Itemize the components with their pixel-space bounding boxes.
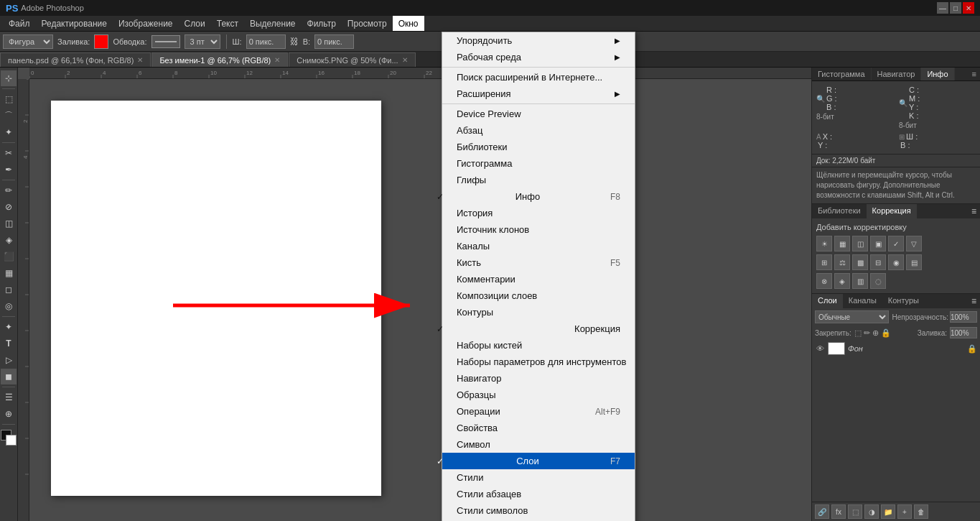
tool-blur[interactable]: ◻ [1, 282, 17, 298]
tool-marquee[interactable]: ⬚ [1, 91, 17, 107]
dd-correction[interactable]: Коррекция [442, 321, 635, 337]
menu-text[interactable]: Текст [211, 16, 244, 31]
layers-tab-layers[interactable]: Слои [812, 294, 843, 308]
corr-icon-posterize[interactable]: ⊗ [816, 273, 832, 289]
add-layer-btn[interactable]: + [897, 504, 912, 519]
delete-layer-btn[interactable]: 🗑 [914, 504, 928, 519]
dd-actions[interactable]: Операции Alt+F9 [442, 403, 635, 420]
menu-edit[interactable]: Редактирование [36, 16, 113, 31]
menu-window[interactable]: Окно [393, 16, 424, 31]
lock-all-icon[interactable]: 🔒 [881, 328, 891, 338]
stroke-size-select[interactable]: 3 пт [185, 34, 220, 49]
dd-comments[interactable]: Комментарии [442, 271, 635, 287]
corr-icon-channelmix[interactable]: ⊟ [870, 254, 886, 270]
add-link-btn[interactable]: 🔗 [815, 504, 829, 519]
tab-panel-psd[interactable]: панель.psd @ 66,1% (Фон, RGB/8) ✕ [0, 52, 151, 67]
dd-paragraph[interactable]: Абзац [442, 122, 635, 139]
tool-eyedropper[interactable]: ✒ [1, 162, 17, 177]
dd-workspace[interactable]: Рабочая среда ▶ [442, 49, 635, 65]
lock-position-icon[interactable]: ✏ [864, 328, 870, 338]
dd-navigator[interactable]: Навигатор [442, 370, 635, 387]
corr-icon-selectcolor[interactable]: ▥ [852, 273, 868, 289]
window-dropdown-menu[interactable]: Упорядочить ▶ Рабочая среда ▶ Поиск расш… [442, 32, 635, 521]
dd-history[interactable]: История [442, 205, 635, 221]
corr-icon-hsl[interactable]: ▽ [906, 236, 922, 252]
layer-visibility-icon[interactable]: 👁 [815, 344, 825, 354]
dd-channels[interactable]: Каналы [442, 238, 635, 254]
corr-icon-photo[interactable]: ▩ [852, 254, 868, 270]
lock-artboard-icon[interactable]: ⊕ [872, 328, 879, 338]
dd-arrange[interactable]: Упорядочить ▶ [442, 32, 635, 49]
dd-extensions-search[interactable]: Поиск расширений в Интернете... [442, 69, 635, 86]
tool-shape[interactable]: ◼ [1, 369, 17, 384]
dd-glyphs[interactable]: Глифы [442, 172, 635, 188]
corr-icon-vibrance[interactable]: ✓ [888, 236, 904, 252]
tool-eraser[interactable]: ⬛ [1, 249, 17, 264]
tool-lasso[interactable]: ⌒ [1, 108, 17, 124]
menu-selection[interactable]: Выделение [244, 16, 302, 31]
dd-swatches[interactable]: Образцы [442, 387, 635, 403]
tool-magic-wand[interactable]: ✦ [1, 124, 17, 140]
maximize-button[interactable]: □ [950, 2, 961, 14]
corr-icon-curves[interactable]: ◫ [852, 236, 868, 252]
tab-panel-close[interactable]: ✕ [137, 56, 143, 64]
corr-icon-colorlookup[interactable]: ◉ [888, 254, 904, 270]
correction-options-btn[interactable]: ≡ [968, 204, 980, 218]
tool-dodge[interactable]: ◎ [1, 298, 17, 314]
tool-hand[interactable]: ☰ [1, 389, 17, 405]
dd-info[interactable]: Инфо F8 [442, 188, 635, 205]
correction-tab[interactable]: Коррекция [867, 204, 917, 218]
dd-paths[interactable]: Контуры [442, 304, 635, 321]
dd-paragraph-styles[interactable]: Стили абзацев [442, 486, 635, 502]
color-fg-bg[interactable] [1, 430, 17, 446]
panel-tab-histogram[interactable]: Гистограмма [812, 68, 872, 80]
layers-tab-paths[interactable]: Контуры [882, 294, 925, 308]
tool-crop[interactable]: ✂ [1, 145, 17, 161]
corr-icon-brightness[interactable]: ☀ [816, 236, 832, 252]
add-mask-btn[interactable]: ⬚ [848, 504, 862, 519]
corr-icon-exposure[interactable]: ▣ [870, 236, 886, 252]
fill-input[interactable] [950, 327, 977, 338]
tab-without-name[interactable]: Без имени-1 @ 66,7% (RGB/8) ✕ [151, 52, 288, 67]
layers-tab-channels[interactable]: Каналы [843, 294, 882, 308]
tool-move[interactable]: ⊹ [1, 70, 17, 86]
opacity-input[interactable] [950, 311, 977, 323]
add-adjustment-btn[interactable]: ◑ [864, 504, 879, 519]
title-bar-controls[interactable]: — □ ✕ [937, 2, 974, 14]
dd-properties[interactable]: Свойства [442, 420, 635, 436]
tool-zoom[interactable]: ⊕ [1, 406, 17, 422]
libraries-tab[interactable]: Библиотеки [812, 204, 867, 218]
menu-view[interactable]: Просмотр [342, 16, 393, 31]
add-fx-btn[interactable]: fx [831, 504, 846, 519]
tool-heal[interactable]: ✏ [1, 183, 17, 198]
menu-layers[interactable]: Слои [179, 16, 211, 31]
tool-history[interactable]: ◈ [1, 232, 17, 248]
dd-libraries[interactable]: Библиотеки [442, 139, 635, 155]
background-color[interactable] [6, 435, 17, 446]
corr-icon-levels[interactable]: ▦ [834, 236, 850, 252]
corr-icon-bw[interactable]: ⚖ [834, 254, 850, 270]
dd-brush-presets[interactable]: Наборы кистей [442, 337, 635, 354]
panel-tab-info[interactable]: Инфо [921, 68, 954, 80]
dd-extensions[interactable]: Расширения ▶ [442, 86, 635, 102]
dd-character-styles[interactable]: Стили символов [442, 502, 635, 519]
lock-pixels-icon[interactable]: ⬚ [854, 328, 862, 338]
dd-layers[interactable]: Слои F7 [442, 453, 635, 469]
blend-mode-select[interactable]: Обычные [815, 310, 889, 323]
dd-device-preview[interactable]: Device Preview [442, 106, 635, 122]
panel-options-btn[interactable]: ≡ [969, 68, 980, 80]
stroke-preview[interactable] [151, 35, 180, 48]
dd-layer-comps[interactable]: Композиции слоев [442, 287, 635, 304]
tool-path-select[interactable]: ▷ [1, 352, 17, 368]
shape-mode-select[interactable]: Фигура [3, 34, 53, 49]
close-button[interactable]: ✕ [963, 2, 974, 14]
minimize-button[interactable]: — [937, 2, 948, 14]
dd-tool-presets[interactable]: Наборы параметров для инструментов [442, 354, 635, 370]
dd-character[interactable]: Символ [442, 436, 635, 453]
corr-icon-invert[interactable]: ▤ [906, 254, 922, 270]
fill-color-box[interactable] [94, 34, 108, 49]
add-group-btn[interactable]: 📁 [881, 504, 895, 519]
width-input[interactable] [246, 34, 286, 49]
menu-filter[interactable]: Фильтр [302, 16, 342, 31]
corr-icon-gradient2[interactable]: ◌ [870, 273, 886, 289]
